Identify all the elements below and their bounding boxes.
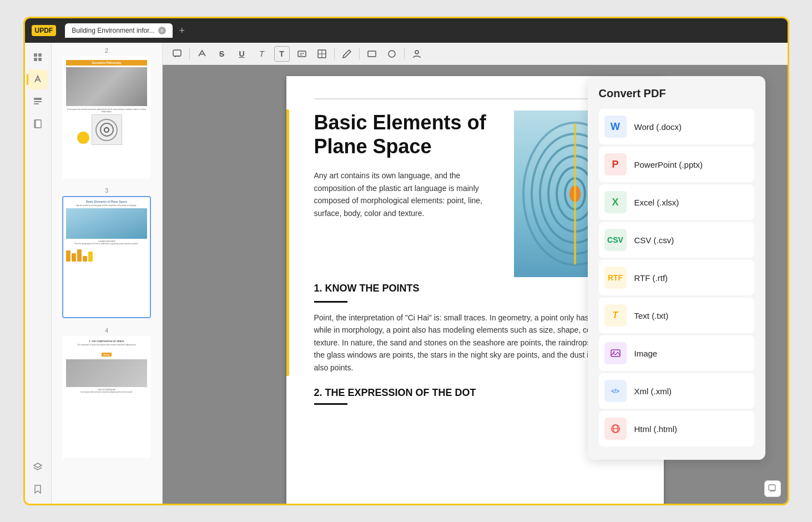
svg-point-20 <box>415 51 418 54</box>
csv-label: CSV (.csv) <box>634 235 674 245</box>
page-number-2: 2 <box>56 47 158 54</box>
sidebar-bottom <box>28 457 48 499</box>
sidebar-icon-highlight[interactable] <box>28 69 48 89</box>
textbox-btn[interactable] <box>294 46 310 62</box>
svg-rect-5 <box>34 98 42 100</box>
active-tab[interactable]: Building Environment infor... × <box>65 23 172 38</box>
thumbnail-page-3[interactable]: 3 Basic Elements of Plane Space Any art … <box>56 187 158 318</box>
left-sidebar <box>25 43 52 504</box>
html-icon <box>604 418 627 440</box>
rect-shape-btn[interactable] <box>364 46 380 62</box>
powerpoint-icon: P <box>604 153 627 175</box>
powerpoint-label: PowerPoint (.pptx) <box>634 160 703 169</box>
svg-rect-7 <box>34 103 39 104</box>
thumbnail-page-4[interactable]: 4 3. THE COMPOSITION OF SPACE The compos… <box>56 327 158 458</box>
thumbnail-page-2[interactable]: 2 Geometric Philosophy Lorem ipsum dolor… <box>56 47 158 178</box>
word-label: Word (.docx) <box>634 122 682 132</box>
table-btn[interactable] <box>314 46 330 62</box>
image-label: Image <box>634 349 658 358</box>
thumb-image-4[interactable]: 3. THE COMPOSITION OF SPACE The composit… <box>62 336 151 458</box>
pen-btn[interactable] <box>339 46 355 62</box>
sidebar-icon-thumbnails[interactable] <box>28 47 48 67</box>
convert-panel-title: Convert PDF <box>599 87 754 100</box>
strikethrough-btn[interactable]: S <box>214 46 230 62</box>
xml-label: Xml (.xml) <box>634 387 672 396</box>
rtf-icon: RTF <box>604 267 627 289</box>
comment-icon-button[interactable] <box>764 480 781 497</box>
toolbar-divider-1 <box>189 48 190 59</box>
svg-rect-9 <box>36 120 41 128</box>
svg-point-19 <box>389 51 395 57</box>
thumb-image-2[interactable]: Geometric Philosophy Lorem ipsum dolor s… <box>62 56 151 178</box>
toolbar-divider-4 <box>404 48 405 59</box>
thumb-image-3[interactable]: Basic Elements of Plane Space Any art co… <box>62 196 151 318</box>
excel-convert-item[interactable]: X Excel (.xlsx) <box>599 184 754 220</box>
sidebar-icon-pages[interactable] <box>28 114 48 134</box>
underline-btn[interactable]: U <box>234 46 250 62</box>
tab-close-button[interactable]: × <box>158 27 166 34</box>
xml-convert-item[interactable]: </> Xml (.xml) <box>599 373 754 409</box>
title-bar: UPDF Building Environment infor... × + <box>25 18 788 43</box>
text-label: Text (.txt) <box>634 311 669 320</box>
rtf-label: RTF (.rtf) <box>634 273 668 283</box>
app-window: UPDF Building Environment infor... × + <box>23 17 789 505</box>
svg-rect-2 <box>34 58 37 61</box>
text-btn[interactable]: T <box>254 46 270 62</box>
csv-convert-item[interactable]: CSV CSV (.csv) <box>599 222 754 258</box>
svg-rect-10 <box>173 50 181 56</box>
updf-logo: UPDF <box>32 25 57 36</box>
convert-pdf-panel: Convert PDF W Word (.docx) P PowerPoint … <box>588 76 765 460</box>
user-btn[interactable] <box>409 46 425 62</box>
text-highlight-btn[interactable] <box>194 46 210 62</box>
excel-icon: X <box>604 191 627 213</box>
svg-rect-26 <box>769 485 775 490</box>
sidebar-icon-bookmark[interactable] <box>28 479 48 499</box>
toolbar-divider-2 <box>334 48 335 59</box>
toolbar: S U T T <box>163 43 788 65</box>
page-number-3: 3 <box>56 187 158 194</box>
sidebar-icon-layers[interactable] <box>28 457 48 477</box>
text2-btn[interactable]: T <box>274 46 290 62</box>
svg-rect-0 <box>34 53 37 57</box>
html-label: Html (.html) <box>634 424 678 434</box>
thumbnail-panel[interactable]: 2 Geometric Philosophy Lorem ipsum dolor… <box>52 43 163 504</box>
image-icon <box>604 342 627 364</box>
sidebar-icon-edit[interactable] <box>28 92 48 112</box>
svg-rect-12 <box>298 51 306 57</box>
svg-rect-1 <box>38 53 42 57</box>
html-convert-item[interactable]: Html (.html) <box>599 411 754 446</box>
svg-rect-18 <box>368 51 376 57</box>
word-icon: W <box>604 116 627 138</box>
svg-rect-6 <box>34 101 42 102</box>
main-area: 2 Geometric Philosophy Lorem ipsum dolor… <box>25 43 788 504</box>
powerpoint-convert-item[interactable]: P PowerPoint (.pptx) <box>599 147 754 182</box>
svg-point-22 <box>613 352 614 353</box>
tab-title: Building Environment infor... <box>72 27 154 34</box>
xml-icon: </> <box>604 380 627 402</box>
rtf-convert-item[interactable]: RTF RTF (.rtf) <box>599 260 754 295</box>
svg-rect-3 <box>38 58 42 61</box>
text-icon: T <box>604 304 627 327</box>
excel-label: Excel (.xlsx) <box>634 198 679 207</box>
toolbar-divider-3 <box>359 48 360 59</box>
image-convert-item[interactable]: Image <box>599 335 754 371</box>
text-convert-item[interactable]: T Text (.txt) <box>599 298 754 333</box>
csv-icon: CSV <box>604 229 627 251</box>
comment-toolbar-btn[interactable] <box>169 46 185 62</box>
word-convert-item[interactable]: W Word (.docx) <box>599 109 754 144</box>
new-tab-button[interactable]: + <box>179 25 185 37</box>
page-number-4: 4 <box>56 327 158 334</box>
pdf-underline-1 <box>314 301 347 303</box>
circle-shape-btn[interactable] <box>384 46 400 62</box>
